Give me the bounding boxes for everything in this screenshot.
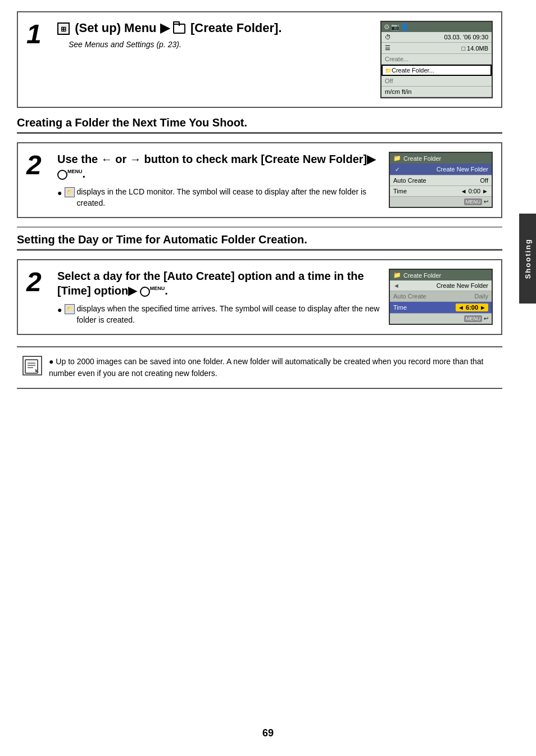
step1-subtitle-text: See Menus and Settings (p. 23). xyxy=(69,40,181,49)
cam2-screen: 📁 Create Folder ✓ Create New Folder Auto… xyxy=(389,152,493,208)
cam3-time-left: ◄ xyxy=(458,304,466,311)
cam3-time-right: ► xyxy=(478,304,486,311)
section1-title-text: Creating a Folder the Next Time You Shoo… xyxy=(17,116,247,129)
cam1-row1-icon: ⏱ xyxy=(385,34,391,40)
cam1-row3: Create... xyxy=(381,54,492,65)
step3-bullet1-icon: 📁 xyxy=(65,304,76,315)
cam2-header-text: Create Folder xyxy=(403,155,441,162)
cam3-row1-text: Create New Folder xyxy=(437,282,488,289)
cam3-menu-btn: MENU xyxy=(464,315,483,322)
step3-bullet1: ● 📁 displays when the specified time arr… xyxy=(57,304,380,325)
cam1-row2-icon: ☰ xyxy=(385,44,390,52)
cam3-screen: 📁 Create Folder ◄ Create New Folder Auto… xyxy=(389,269,493,325)
cam3-time-highlight: ◄ 6:00 ► xyxy=(456,304,488,311)
page-number: 69 xyxy=(262,727,274,739)
bullet-dot2: ● xyxy=(57,305,62,316)
cam2-check: ✓ xyxy=(393,165,401,173)
menu-label2: MENU xyxy=(150,286,165,292)
cam1-row2: ☰ □ 14.0MB xyxy=(381,43,492,54)
step1-title-end: [Create Folder]. xyxy=(190,21,282,35)
cam3-row3-label: Time xyxy=(393,304,407,311)
bullet-dot3: ● xyxy=(49,357,53,366)
note-icon xyxy=(22,356,42,375)
cam2-header: 📁 Create Folder xyxy=(390,153,492,164)
note-box: ● Up to 2000 images can be saved into on… xyxy=(17,346,502,389)
step2-box: 2 Use the ← or → button to check mark [C… xyxy=(17,142,502,218)
cam1-row4: 📁 Create Folder... xyxy=(381,65,492,76)
note-text: ● Up to 2000 images can be saved into on… xyxy=(49,356,497,379)
cam2-row1: ✓ Create New Folder xyxy=(390,164,492,175)
circle-btn2 xyxy=(140,287,150,297)
cam3-header-icon: 📁 xyxy=(393,271,401,279)
note-svg-icon xyxy=(24,357,41,374)
sidebar-tab: Shooting xyxy=(519,214,536,304)
cam2-row3-label: Time xyxy=(393,188,407,194)
cam2-row3: Time ◄ 0:00 ► xyxy=(390,186,492,197)
cam2-menu-btn: MENU xyxy=(464,198,483,205)
cam3-row2-value: Daily xyxy=(475,293,488,300)
cam2-row1-text: Create New Folder xyxy=(437,166,488,173)
cam3-footer-arrow: ↩ xyxy=(484,315,488,322)
cam3-arrow-left: ◄ xyxy=(393,282,399,289)
cam1-row3-text: Create... xyxy=(385,56,408,62)
section1-header: Creating a Folder the Next Time You Shoo… xyxy=(17,116,502,134)
step1-title: ⊞ (Set up) Menu ▶ [Create Folder]. xyxy=(57,21,372,35)
cam1-row2-text: □ 14.0MB xyxy=(461,45,488,52)
setup-menu-icon: ⊞ xyxy=(57,22,70,35)
bullet-dot1: ● xyxy=(57,188,62,199)
step2-bullet1-icon: 📁 xyxy=(65,187,76,198)
step1-subtitle: See Menus and Settings (p. 23). xyxy=(69,40,372,49)
cam2-row2-label: Auto Create xyxy=(393,177,426,184)
step2-content: Use the ← or → button to check mark [Cre… xyxy=(57,152,380,209)
step1-title-text: (Set up) Menu xyxy=(75,21,156,35)
step3-bullet1-text: displays when the specified time arrives… xyxy=(76,304,380,325)
circle-btn1 xyxy=(57,170,67,180)
cam1-screen: ⚙ 📷 👤 ⏱ 03.03. '06 09:30 ☰ □ 14.0MB Crea… xyxy=(380,21,493,98)
cam3-header-text: Create Folder xyxy=(403,272,441,279)
step3-title: Select a day for the [Auto Create] optio… xyxy=(57,269,380,298)
cam3-time-value: 6:00 xyxy=(466,304,478,311)
cam2-footer: MENU ↩ xyxy=(390,197,492,207)
step3-box: 2 Select a day for the [Auto Create] opt… xyxy=(17,259,502,335)
step1-box: 1 ⊞ (Set up) Menu ▶ [Create Folder]. See… xyxy=(17,11,502,108)
cam1-icon1: ⚙ xyxy=(384,23,390,31)
cam1-row5-text: Off xyxy=(385,78,393,84)
cam1-icon3: 👤 xyxy=(401,23,409,31)
step2-number: 2 xyxy=(26,152,49,179)
cam1-row4-text: Create Folder... xyxy=(392,67,434,74)
note-text-content: Up to 2000 images can be saved into one … xyxy=(49,357,483,378)
step2-bullet1-text: displays in the LCD monitor. The symbol … xyxy=(76,187,380,209)
step1-content: ⊞ (Set up) Menu ▶ [Create Folder]. See M… xyxy=(57,21,372,49)
section2-title-text: Setting the Day or Time for Automatic Fo… xyxy=(17,233,307,246)
cam2-row2-value: Off xyxy=(480,177,488,184)
step1-arrow: ▶ xyxy=(160,21,173,35)
cam2-row2: Auto Create Off xyxy=(390,175,492,186)
cam3-header: 📁 Create Folder xyxy=(390,270,492,280)
cam1-icon2: 📷 xyxy=(391,23,399,31)
cam1-row6: m/cm ft/in xyxy=(381,87,492,97)
cam1-row1: ⏱ 03.03. '06 09:30 xyxy=(381,32,492,43)
cam1-folder-icon: 📁 xyxy=(385,67,392,74)
create-folder-icon xyxy=(173,24,185,34)
lcd-icon2: 📁 xyxy=(65,304,75,314)
cam3-row1: ◄ Create New Folder xyxy=(390,280,492,291)
section-divider xyxy=(17,227,502,228)
sidebar-tab-text: Shooting xyxy=(524,238,532,279)
step1-number: 1 xyxy=(26,21,49,48)
lcd-icon1: 📁 xyxy=(65,187,75,197)
step2-bullet1: ● 📁 displays in the LCD monitor. The sym… xyxy=(57,187,380,209)
cam3-row3: Time ◄ 6:00 ► xyxy=(390,302,492,314)
menu-label1: MENU xyxy=(67,169,83,174)
or-text: or xyxy=(115,153,126,165)
cam1-row5: Off xyxy=(381,76,492,87)
cam1-top-row: ⚙ 📷 👤 xyxy=(381,22,492,32)
cam3-row2-label: Auto Create xyxy=(393,293,426,300)
cam2-footer-arrow: ↩ xyxy=(484,198,488,205)
cam3-row2: Auto Create Daily xyxy=(390,291,492,302)
cam3-footer: MENU ↩ xyxy=(390,314,492,324)
step2-title: Use the ← or → button to check mark [Cre… xyxy=(57,152,380,181)
step3-content: Select a day for the [Auto Create] optio… xyxy=(57,269,380,325)
cam1-row1-text: 03.03. '06 09:30 xyxy=(444,34,488,40)
cam2-header-icon: 📁 xyxy=(393,155,401,162)
cam1-row6-text: m/cm ft/in xyxy=(385,88,412,95)
